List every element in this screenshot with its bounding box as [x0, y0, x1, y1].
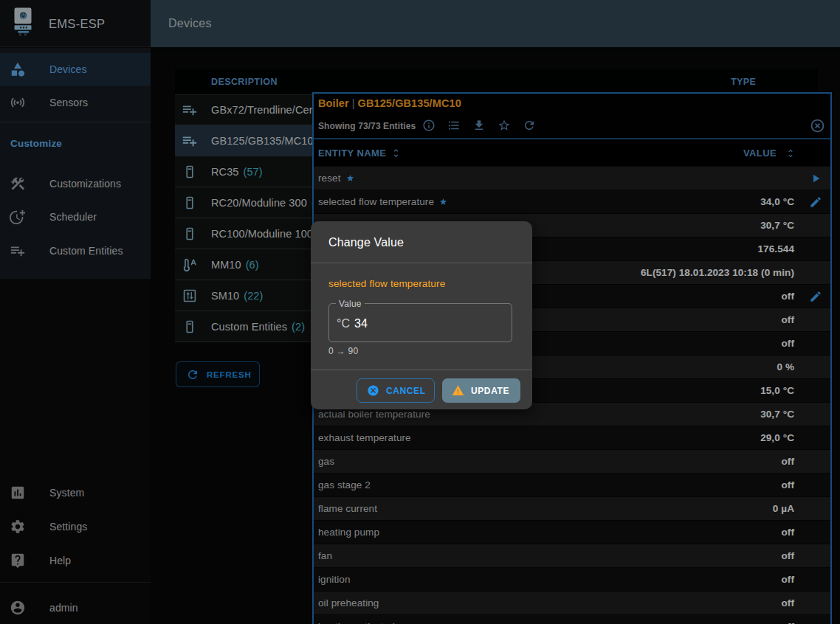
update-button[interactable]: UPDATE — [442, 378, 520, 403]
change-value-dialog: Change Value selected flow temperature V… — [311, 221, 532, 409]
warning-icon — [452, 384, 464, 397]
update-button-label: UPDATE — [471, 386, 509, 396]
cancel-button[interactable]: CANCEL — [357, 378, 435, 403]
value-range-helper: 0 → 90 — [328, 346, 359, 356]
value-input-value: 34 — [354, 317, 368, 330]
dialog-title: Change Value — [328, 236, 404, 249]
value-input-label: Value — [336, 299, 365, 309]
ems-esp-app: Devices EMS-ESP Devices — [0, 0, 840, 624]
cancel-button-label: CANCEL — [386, 386, 426, 396]
value-input[interactable]: Value °C 34 — [328, 303, 512, 342]
value-input-adornment: °C — [337, 317, 350, 330]
dialog-divider — [311, 263, 532, 263]
dialog-entity-name: selected flow temperature — [328, 278, 445, 289]
dialog-divider — [311, 370, 532, 370]
cancel-icon — [367, 384, 379, 397]
